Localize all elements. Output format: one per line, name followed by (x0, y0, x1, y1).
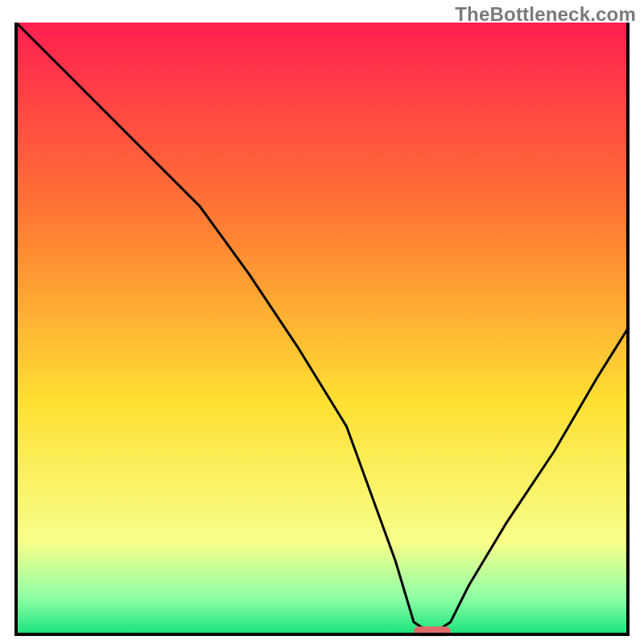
bottleneck-chart (0, 0, 644, 644)
chart-stage: TheBottleneck.com (0, 0, 644, 644)
